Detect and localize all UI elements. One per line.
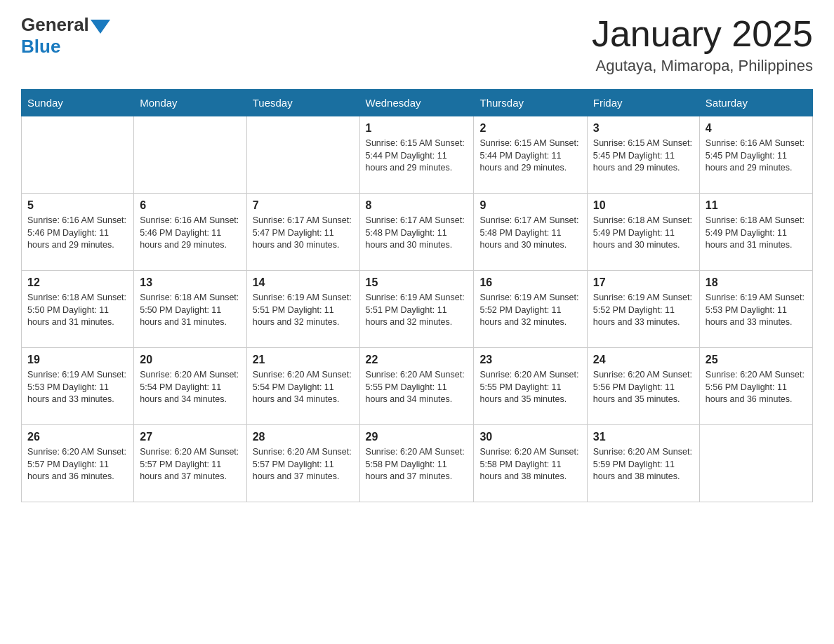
calendar-cell: 29Sunrise: 6:20 AM Sunset: 5:58 PM Dayli…: [359, 425, 474, 502]
weekday-header-row: SundayMondayTuesdayWednesdayThursdayFrid…: [22, 90, 813, 116]
calendar-cell: 11Sunrise: 6:18 AM Sunset: 5:49 PM Dayli…: [699, 194, 812, 271]
day-number: 3: [593, 122, 694, 135]
day-info: Sunrise: 6:15 AM Sunset: 5:44 PM Dayligh…: [366, 137, 468, 175]
day-number: 12: [27, 276, 128, 289]
calendar-cell: 17Sunrise: 6:19 AM Sunset: 5:52 PM Dayli…: [587, 271, 699, 348]
calendar-cell: 19Sunrise: 6:19 AM Sunset: 5:53 PM Dayli…: [22, 348, 134, 425]
day-info: Sunrise: 6:19 AM Sunset: 5:51 PM Dayligh…: [366, 292, 468, 329]
day-info: Sunrise: 6:19 AM Sunset: 5:53 PM Dayligh…: [706, 292, 807, 329]
calendar-cell: 28Sunrise: 6:20 AM Sunset: 5:57 PM Dayli…: [246, 425, 359, 502]
day-info: Sunrise: 6:18 AM Sunset: 5:50 PM Dayligh…: [27, 292, 128, 329]
calendar-cell: 13Sunrise: 6:18 AM Sunset: 5:50 PM Dayli…: [134, 271, 246, 348]
month-title: January 2025: [592, 14, 813, 54]
weekday-header-friday: Friday: [587, 90, 699, 116]
calendar-cell: 31Sunrise: 6:20 AM Sunset: 5:59 PM Dayli…: [587, 425, 699, 502]
day-info: Sunrise: 6:20 AM Sunset: 5:57 PM Dayligh…: [253, 446, 354, 483]
calendar-cell: 26Sunrise: 6:20 AM Sunset: 5:57 PM Dayli…: [22, 425, 134, 502]
calendar-cell: 1Sunrise: 6:15 AM Sunset: 5:44 PM Daylig…: [359, 116, 474, 194]
weekday-header-tuesday: Tuesday: [246, 90, 359, 116]
calendar-cell: 4Sunrise: 6:16 AM Sunset: 5:45 PM Daylig…: [699, 116, 812, 194]
calendar-cell: 30Sunrise: 6:20 AM Sunset: 5:58 PM Dayli…: [474, 425, 587, 502]
day-number: 5: [27, 199, 128, 212]
week-row-1: 1Sunrise: 6:15 AM Sunset: 5:44 PM Daylig…: [22, 116, 813, 194]
calendar-cell: 27Sunrise: 6:20 AM Sunset: 5:57 PM Dayli…: [134, 425, 246, 502]
day-number: 16: [479, 276, 581, 289]
day-info: Sunrise: 6:19 AM Sunset: 5:53 PM Dayligh…: [27, 369, 128, 406]
calendar-cell: 15Sunrise: 6:19 AM Sunset: 5:51 PM Dayli…: [359, 271, 474, 348]
weekday-header-saturday: Saturday: [699, 90, 812, 116]
calendar-cell: 10Sunrise: 6:18 AM Sunset: 5:49 PM Dayli…: [587, 194, 699, 271]
day-number: 25: [706, 354, 807, 366]
calendar-cell: 3Sunrise: 6:15 AM Sunset: 5:45 PM Daylig…: [587, 116, 699, 194]
day-number: 6: [140, 199, 240, 212]
day-number: 28: [253, 431, 354, 443]
day-info: Sunrise: 6:16 AM Sunset: 5:46 PM Dayligh…: [140, 215, 240, 252]
weekday-header-thursday: Thursday: [474, 90, 587, 116]
day-info: Sunrise: 6:16 AM Sunset: 5:45 PM Dayligh…: [706, 137, 807, 175]
calendar-cell: 2Sunrise: 6:15 AM Sunset: 5:44 PM Daylig…: [474, 116, 587, 194]
day-number: 10: [593, 199, 694, 212]
calendar-cell: 18Sunrise: 6:19 AM Sunset: 5:53 PM Dayli…: [699, 271, 812, 348]
logo: General Blue: [21, 14, 110, 58]
calendar-cell: 20Sunrise: 6:20 AM Sunset: 5:54 PM Dayli…: [134, 348, 246, 425]
day-info: Sunrise: 6:19 AM Sunset: 5:52 PM Dayligh…: [479, 292, 581, 329]
day-info: Sunrise: 6:18 AM Sunset: 5:49 PM Dayligh…: [593, 215, 694, 252]
calendar-cell: 14Sunrise: 6:19 AM Sunset: 5:51 PM Dayli…: [246, 271, 359, 348]
day-number: 18: [706, 276, 807, 289]
day-number: 7: [253, 199, 354, 212]
day-info: Sunrise: 6:20 AM Sunset: 5:58 PM Dayligh…: [366, 446, 468, 483]
day-number: 14: [253, 276, 354, 289]
day-info: Sunrise: 6:17 AM Sunset: 5:48 PM Dayligh…: [479, 215, 581, 252]
day-number: 30: [479, 431, 581, 443]
calendar-cell: [22, 116, 134, 194]
day-info: Sunrise: 6:15 AM Sunset: 5:44 PM Dayligh…: [479, 137, 581, 175]
calendar-cell: 6Sunrise: 6:16 AM Sunset: 5:46 PM Daylig…: [134, 194, 246, 271]
calendar-cell: [134, 116, 246, 194]
calendar-cell: 5Sunrise: 6:16 AM Sunset: 5:46 PM Daylig…: [22, 194, 134, 271]
weekday-header-sunday: Sunday: [22, 90, 134, 116]
calendar-cell: 22Sunrise: 6:20 AM Sunset: 5:55 PM Dayli…: [359, 348, 474, 425]
day-number: 19: [27, 354, 128, 366]
day-number: 13: [140, 276, 240, 289]
day-info: Sunrise: 6:20 AM Sunset: 5:55 PM Dayligh…: [366, 369, 468, 406]
week-row-2: 5Sunrise: 6:16 AM Sunset: 5:46 PM Daylig…: [22, 194, 813, 271]
logo-triangle-icon: [91, 20, 110, 34]
day-number: 24: [593, 354, 694, 366]
day-info: Sunrise: 6:17 AM Sunset: 5:48 PM Dayligh…: [366, 215, 468, 252]
calendar-cell: [699, 425, 812, 502]
day-number: 2: [479, 122, 581, 135]
day-info: Sunrise: 6:18 AM Sunset: 5:50 PM Dayligh…: [140, 292, 240, 329]
calendar-cell: 12Sunrise: 6:18 AM Sunset: 5:50 PM Dayli…: [22, 271, 134, 348]
calendar-cell: 16Sunrise: 6:19 AM Sunset: 5:52 PM Dayli…: [474, 271, 587, 348]
day-info: Sunrise: 6:15 AM Sunset: 5:45 PM Dayligh…: [593, 137, 694, 175]
day-number: 8: [366, 199, 468, 212]
day-number: 15: [366, 276, 468, 289]
weekday-header-monday: Monday: [134, 90, 246, 116]
day-number: 22: [366, 354, 468, 366]
day-number: 21: [253, 354, 354, 366]
calendar-cell: 23Sunrise: 6:20 AM Sunset: 5:55 PM Dayli…: [474, 348, 587, 425]
day-info: Sunrise: 6:20 AM Sunset: 5:56 PM Dayligh…: [706, 369, 807, 406]
day-info: Sunrise: 6:18 AM Sunset: 5:49 PM Dayligh…: [706, 215, 807, 252]
day-number: 27: [140, 431, 240, 443]
day-info: Sunrise: 6:20 AM Sunset: 5:57 PM Dayligh…: [27, 446, 128, 483]
logo-blue-text: Blue: [21, 36, 60, 58]
day-number: 26: [27, 431, 128, 443]
calendar-table: SundayMondayTuesdayWednesdayThursdayFrid…: [21, 89, 813, 502]
week-row-4: 19Sunrise: 6:19 AM Sunset: 5:53 PM Dayli…: [22, 348, 813, 425]
day-info: Sunrise: 6:20 AM Sunset: 5:55 PM Dayligh…: [479, 369, 581, 406]
calendar-cell: 8Sunrise: 6:17 AM Sunset: 5:48 PM Daylig…: [359, 194, 474, 271]
location-text: Agutaya, Mimaropa, Philippines: [592, 57, 813, 75]
day-info: Sunrise: 6:20 AM Sunset: 5:56 PM Dayligh…: [593, 369, 694, 406]
day-number: 17: [593, 276, 694, 289]
day-info: Sunrise: 6:20 AM Sunset: 5:59 PM Dayligh…: [593, 446, 694, 483]
day-number: 9: [479, 199, 581, 212]
week-row-3: 12Sunrise: 6:18 AM Sunset: 5:50 PM Dayli…: [22, 271, 813, 348]
week-row-5: 26Sunrise: 6:20 AM Sunset: 5:57 PM Dayli…: [22, 425, 813, 502]
title-section: January 2025 Agutaya, Mimaropa, Philippi…: [592, 14, 813, 75]
day-info: Sunrise: 6:19 AM Sunset: 5:51 PM Dayligh…: [253, 292, 354, 329]
day-info: Sunrise: 6:20 AM Sunset: 5:58 PM Dayligh…: [479, 446, 581, 483]
calendar-cell: 24Sunrise: 6:20 AM Sunset: 5:56 PM Dayli…: [587, 348, 699, 425]
day-info: Sunrise: 6:19 AM Sunset: 5:52 PM Dayligh…: [593, 292, 694, 329]
calendar-cell: 7Sunrise: 6:17 AM Sunset: 5:47 PM Daylig…: [246, 194, 359, 271]
